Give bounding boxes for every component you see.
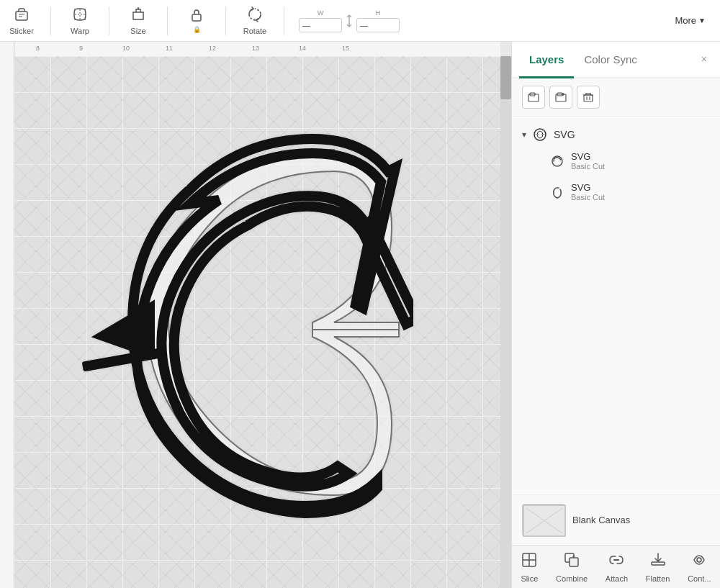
main-toolbar: Sticker Warp Size [0,0,720,42]
divider3 [167,6,168,35]
divider5 [284,6,284,35]
tick-10: 10 [122,45,130,52]
combine-label: Combine [556,574,588,583]
layer-item-1[interactable]: SVG Basic Cut [544,147,710,175]
bottom-action-bar: Slice Combine [512,545,720,588]
left-spike [81,301,161,371]
layer2-info: SVG Basic Cut [571,182,605,202]
blank-canvas-section: Blank Canvas [512,494,720,545]
layer-item-2[interactable]: SVG Basic Cut [544,178,710,206]
rotate-icon [246,6,264,27]
svg-point-38 [697,558,701,562]
size-icon [130,6,147,27]
slice-label: Slice [521,574,538,583]
ruler-left [0,42,14,588]
rotate-tool[interactable]: Rotate [240,6,269,35]
svg-rect-8 [192,14,201,21]
size-label: Size [130,27,145,35]
tick-13: 13 [252,45,259,52]
attach-button[interactable]: Attach [598,547,635,587]
layer-group-header[interactable]: ▾ SVG [522,127,710,143]
canvas-area[interactable]: 8 9 10 11 12 13 14 15 [0,42,511,588]
layer2-icon [549,184,565,200]
flatten-label: Flatten [646,574,670,583]
layer1-info: SVG Basic Cut [571,151,605,171]
delete-layer-button[interactable] [577,86,600,109]
attach-icon [608,551,625,572]
scrollbar-thumb[interactable] [500,56,511,99]
width-value: — [302,21,310,30]
layer-group-svg: ▾ SVG [512,122,720,210]
flatten-icon [649,551,667,572]
blank-canvas-label: Blank Canvas [572,515,630,525]
tick-11: 11 [166,45,173,52]
svg-rect-33 [570,558,578,566]
svg-rect-9 [81,348,161,371]
add-layer-button[interactable] [549,86,572,109]
sticker-label: Sticker [9,27,34,35]
tick-9: 9 [79,45,83,52]
wh-inputs: W — H — [299,9,400,32]
right-panel: Layers Color Sync × [511,42,720,588]
height-value: — [360,21,368,30]
warp-label: Warp [71,27,89,35]
panel-close-button[interactable]: × [696,42,713,77]
scrollbar-right[interactable] [500,56,511,588]
slice-icon [521,551,538,572]
tab-color-sync[interactable]: Color Sync [574,42,647,77]
slice-button[interactable]: Slice [513,547,545,587]
ruler-top: 8 9 10 11 12 13 14 15 [14,42,500,56]
warp-icon [71,6,89,27]
svg-rect-37 [652,562,665,565]
divider2 [109,6,109,35]
panel-tabs: Layers Color Sync × [512,42,720,78]
lock-label: 🔒 [193,26,201,33]
group-arrow-icon: ▾ [522,130,526,140]
tick-15: 15 [342,45,349,52]
link-icon[interactable] [345,14,354,28]
layer1-icon [549,153,565,169]
combine-icon [563,551,580,572]
main-area: 8 9 10 11 12 13 14 15 [0,42,720,588]
attach-label: Attach [606,574,628,583]
tab-layers[interactable]: Layers [519,42,574,77]
cont-label: Cont... [688,574,711,583]
cont-button[interactable]: Cont... [680,547,718,587]
tick-8: 8 [36,45,40,52]
more-button[interactable]: More ▼ [675,15,706,26]
lock-tool[interactable]: 🔒 [182,8,211,33]
divider1 [50,6,51,35]
sticker-tool[interactable]: Sticker [7,6,36,35]
combine-button[interactable]: Combine [549,547,595,587]
layer-toolbar [512,78,720,117]
group-layer-button[interactable] [522,86,545,109]
size-tool[interactable]: Size [124,6,153,35]
tick-12: 12 [209,45,216,52]
sticker-icon [13,6,30,27]
divider4 [225,6,226,35]
layer-children: SVG Basic Cut SVG [522,147,710,206]
design-svg[interactable] [24,99,413,546]
rotate-label: Rotate [243,27,266,35]
cont-icon [690,551,708,572]
lock-icon [189,8,204,26]
svg-rect-16 [584,95,593,101]
warp-tool[interactable]: Warp [66,6,94,35]
flatten-button[interactable]: Flatten [639,547,678,587]
layer-list: ▾ SVG [512,117,720,494]
design-canvas[interactable] [14,56,500,588]
svg-rect-5 [133,12,143,19]
blank-canvas-thumbnail [522,504,565,536]
group-svg-icon [532,127,548,143]
svg-rect-0 [16,12,27,20]
tick-14: 14 [299,45,306,52]
